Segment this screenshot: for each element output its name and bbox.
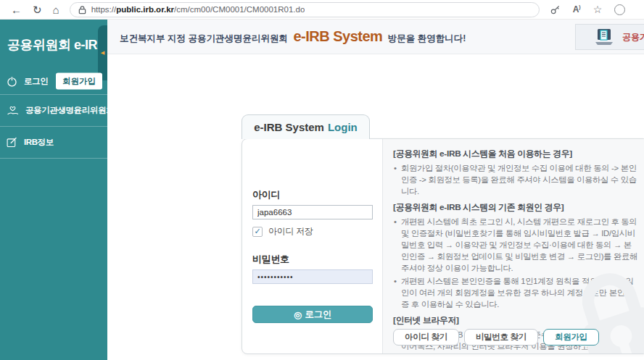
- password-label: 비밀번호: [252, 253, 373, 266]
- login-button[interactable]: ◎ 로그인: [252, 306, 373, 323]
- password-input[interactable]: [252, 269, 373, 284]
- sidebar-irb-info-label: IRB정보: [24, 137, 54, 148]
- login-panel: 아이디 ✓ 아이디 저장 비밀번호 ◎ 로그인 [공용위원회 e-IRB 시스템…: [242, 138, 644, 354]
- home-icon[interactable]: ⌂: [53, 4, 59, 15]
- browser-profile-icon[interactable]: [614, 4, 625, 15]
- address-bar[interactable]: https://public.irb.or.kr/cm/cm00/CM0001/…: [70, 2, 540, 17]
- notice-header: [공용위원회 e-IRB 시스템을 처음 이용하는 경우]: [393, 148, 637, 160]
- lock-icon: [78, 5, 86, 14]
- read-aloud-icon[interactable]: A): [573, 4, 581, 14]
- welcome-header: 보건복지부 지정 공용기관생명윤리위원회 e-IRB System 방문을 환영…: [107, 20, 644, 54]
- laptop-document-icon: [593, 28, 615, 46]
- corner-button-label: 공용기: [622, 31, 644, 43]
- save-id-label: 아이디 저장: [268, 225, 313, 238]
- sidebar-committee-label: 공용기관생명윤리위원회: [25, 105, 114, 116]
- login-tab: e-IRB System Login: [242, 114, 370, 139]
- sidebar-item-login[interactable]: 로그인 회원가입: [0, 68, 107, 95]
- account-helper-buttons: 아이디 찾기 비밀번호 찾기 회원가입: [393, 329, 599, 346]
- welcome-text: 보건복지부 지정 공용기관생명윤리위원회 e-IRB System 방문을 환영…: [120, 28, 466, 45]
- refresh-icon[interactable]: ↻: [33, 4, 42, 15]
- id-input[interactable]: [252, 205, 373, 219]
- save-id-checkbox-row[interactable]: ✓ 아이디 저장: [252, 225, 373, 238]
- sidebar-login-label: 로그인: [24, 76, 48, 87]
- edit-pencil-icon: [6, 136, 18, 148]
- checkbox-checked-icon[interactable]: ✓: [252, 227, 263, 237]
- hand-heart-icon: [6, 104, 20, 117]
- sidebar-item-committee[interactable]: 공용기관생명윤리위원회: [0, 95, 107, 127]
- find-id-button[interactable]: 아이디 찾기: [393, 329, 459, 346]
- browser-toolbar: ← ↻ ⌂ https://public.irb.or.kr/cm/cm00/C…: [0, 0, 644, 20]
- collapse-arrow-icon: ◀: [101, 50, 104, 56]
- notice-header: [공용위원회 e-IRB 시스템의 기존 회원인 경우]: [393, 202, 637, 214]
- sidebar-title: 공용위원회 e-IRB: [0, 20, 107, 68]
- login-tab-title: e-IRB System: [254, 121, 324, 133]
- favorite-star-icon[interactable]: ☆: [593, 4, 603, 15]
- sidebar: 공용위원회 e-IRB ◀ 로그인 회원가입 공용기관생명윤리위원회 IRB정보: [0, 20, 107, 360]
- login-notice: [공용위원회 e-IRB 시스템을 처음 이용하는 경우] 회원가입 절차(이용…: [382, 139, 644, 353]
- sidebar-item-irb-info[interactable]: IRB정보: [0, 127, 107, 159]
- find-password-button[interactable]: 비밀번호 찾기: [464, 329, 538, 346]
- url-text: https://public.irb.or.kr/cm/cm00/CM0001/…: [91, 5, 305, 14]
- back-icon[interactable]: ←: [11, 4, 22, 15]
- id-label: 아이디: [252, 188, 373, 201]
- corner-quick-link-button[interactable]: 공용기: [575, 24, 644, 50]
- sidebar-signup-button[interactable]: 회원가입: [56, 73, 102, 90]
- brand-text: e-IRB System: [290, 28, 385, 44]
- power-icon: [6, 75, 18, 88]
- login-target-icon: ◎: [294, 309, 302, 320]
- signup-button[interactable]: 회원가입: [543, 329, 599, 346]
- login-tab-accent: Login: [328, 121, 358, 133]
- notice-bullet: 회원가입 절차(이용약관 및 개인정보 수집 이용에 대한 동의 -> 본인인증…: [393, 162, 637, 197]
- login-form: 아이디 ✓ 아이디 저장 비밀번호 ◎ 로그인: [242, 139, 382, 353]
- password-key-icon[interactable]: [550, 4, 561, 15]
